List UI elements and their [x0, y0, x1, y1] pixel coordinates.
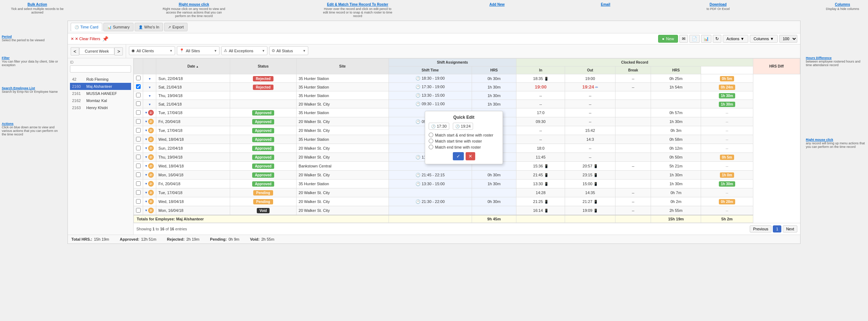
table-row[interactable]: ▾ Sat, 21/04/18 20 Walker St. City 🕐 09:…	[134, 100, 800, 108]
row-action-arrow[interactable]: ▾	[145, 137, 147, 141]
cell-checkbox[interactable]	[134, 135, 143, 144]
row-checkbox[interactable]	[136, 181, 141, 186]
period-next-button[interactable]: >	[114, 47, 123, 55]
cell-checkbox[interactable]	[134, 188, 143, 197]
cell-checkbox[interactable]	[134, 206, 143, 215]
sites-filter[interactable]: 📍 All Sites ▼	[177, 46, 219, 55]
cell-checkbox[interactable]	[134, 144, 143, 153]
page-1-button[interactable]: 1	[773, 225, 781, 232]
tab-export[interactable]: ↗ Export	[164, 23, 188, 31]
col-date[interactable]: Date	[156, 59, 230, 74]
quick-edit-cancel-button[interactable]: ✕	[466, 152, 475, 160]
match-radio-3[interactable]	[429, 145, 433, 149]
next-page-button[interactable]: Next	[783, 225, 797, 232]
refresh-button[interactable]: ↻	[713, 35, 721, 43]
row-checkbox[interactable]	[136, 137, 141, 141]
cell-checkbox[interactable]	[134, 100, 143, 108]
row-action-arrow[interactable]: ▾	[145, 191, 147, 194]
table-row[interactable]: ▾ Sat, 21/04/18 Rejected 35 Hunter Stati…	[134, 83, 800, 91]
cell-checkbox[interactable]	[134, 197, 143, 206]
pencil-icon[interactable]: ✏	[595, 85, 598, 89]
row-checkbox[interactable]	[136, 172, 141, 177]
employee-search-input[interactable]	[70, 65, 131, 73]
employee-item[interactable]: 42 Rob Fleming	[70, 76, 131, 83]
employee-item-selected[interactable]: 2160 Maj Alshanteer	[70, 83, 131, 90]
status-filter[interactable]: ⊙ All Status ▼	[269, 46, 308, 55]
tab-whosin[interactable]: 👤 Who's In	[135, 23, 163, 31]
row-checkbox[interactable]	[136, 76, 141, 80]
row-checkbox[interactable]	[136, 110, 141, 115]
excel-button[interactable]: 📊	[701, 35, 711, 43]
row-action-arrow[interactable]: ▾	[145, 128, 147, 132]
period-prev-button[interactable]: <	[71, 47, 79, 55]
cell-shift-hrs	[472, 188, 516, 197]
prev-page-button[interactable]: Previous	[750, 225, 771, 232]
cell-checkbox[interactable]	[134, 171, 143, 180]
row-checkbox[interactable]	[136, 190, 141, 195]
exceptions-filter[interactable]: ⚠ All Exceptions ▼	[221, 46, 267, 55]
cell-checkbox[interactable]	[134, 153, 143, 162]
cell-checkbox[interactable]	[134, 162, 143, 171]
table-row[interactable]: ▾ 2! Mon, 16/04/18 Approved 20 Walker St…	[134, 171, 800, 180]
row-action-arrow[interactable]: ▾	[145, 164, 147, 168]
row-action-arrow[interactable]: ▾	[145, 173, 147, 177]
match-option-1[interactable]: Match start & end time with roster	[429, 133, 499, 137]
row-action-arrow[interactable]: ▾	[145, 146, 147, 150]
time-out-box[interactable]: 🕐 19:24	[453, 123, 473, 130]
row-action-arrow[interactable]: ▾	[145, 208, 147, 212]
cell-checkbox[interactable]	[134, 126, 143, 135]
clients-filter[interactable]: ◉ All Clients ▼	[129, 46, 175, 55]
tab-timecard[interactable]: 🕐 Time Card	[71, 23, 102, 31]
quick-edit-confirm-button[interactable]: ✓	[453, 152, 464, 160]
cell-checkbox[interactable]	[134, 180, 143, 188]
time-in-box[interactable]: 🕐 17:30	[429, 123, 449, 130]
row-action-arrow[interactable]: ▾	[149, 94, 151, 98]
cell-checkbox[interactable]	[134, 91, 143, 100]
row-checkbox[interactable]	[136, 208, 141, 213]
cell-checkbox[interactable]	[134, 117, 143, 126]
row-checkbox[interactable]	[136, 155, 141, 159]
table-row[interactable]: ▾ Sun, 22/04/18 Rejected 35 Hunter Stati…	[134, 74, 800, 83]
actions-button[interactable]: Actions ▼	[723, 35, 748, 43]
row-checkbox[interactable]	[136, 119, 141, 124]
table-row[interactable]: ▾ Thu, 19/04/18 35 Hunter Station 🕐 13:3…	[134, 91, 800, 100]
cell-checkbox[interactable]	[134, 108, 143, 117]
row-action-arrow[interactable]: ▾	[145, 182, 147, 186]
row-action-arrow[interactable]: ▾	[145, 119, 147, 123]
row-action-arrow[interactable]: ▾	[145, 111, 147, 114]
clear-filters-button[interactable]: ✕ ✕ Clear Filters	[71, 37, 100, 41]
table-row[interactable]: ▾ 3! Wed, 18/04/18 Pending 20 Walker St.…	[134, 197, 800, 206]
row-action-arrow[interactable]: ▾	[145, 199, 147, 203]
row-action-arrow[interactable]: ▾	[149, 102, 151, 106]
match-radio-1[interactable]	[429, 133, 433, 137]
per-page-select[interactable]: 100 50 25	[779, 35, 797, 43]
match-option-2[interactable]: Match start time with roster	[429, 139, 499, 143]
match-radio-2[interactable]	[429, 139, 433, 143]
row-checkbox[interactable]	[136, 146, 141, 150]
row-checkbox[interactable]	[136, 93, 141, 97]
employee-item-2163[interactable]: 2163 Henry Khidri	[70, 104, 131, 111]
email-button[interactable]: ✉	[679, 35, 688, 43]
employee-item-2162[interactable]: 2162 Momtaz Kal	[70, 97, 131, 104]
pin-icon[interactable]: 📌	[102, 36, 108, 42]
columns-button[interactable]: Columns ▼	[750, 35, 778, 43]
employee-item-2161[interactable]: 2161 MUSSA HANEEF	[70, 90, 131, 97]
row-action-arrow[interactable]: ▾	[149, 85, 151, 89]
row-checkbox[interactable]	[136, 164, 141, 168]
row-checkbox[interactable]	[136, 128, 141, 133]
cell-checkbox[interactable]	[134, 74, 143, 83]
row-action-arrow[interactable]: ▾	[149, 77, 151, 81]
row-action-arrow[interactable]: ▾	[145, 155, 147, 159]
row-checkbox[interactable]	[136, 84, 141, 89]
new-button[interactable]: ● New	[658, 35, 678, 43]
table-row[interactable]: ▾ 2! Fri, 20/04/18 Approved 35 Hunter St…	[134, 180, 800, 188]
new-dot: ●	[662, 37, 664, 41]
row-checkbox[interactable]	[136, 101, 141, 106]
table-row[interactable]: ▾ 3! Tue, 17/04/18 Pending 20 Walker St.…	[134, 188, 800, 197]
table-row[interactable]: ▾ 3! Mon, 16/04/18 Void 20 Walker St. Ci…	[134, 206, 800, 215]
cell-checkbox[interactable]	[134, 83, 143, 91]
row-checkbox[interactable]	[136, 199, 141, 204]
match-option-3[interactable]: Match end time with roster	[429, 145, 499, 149]
tab-summary[interactable]: 📊 Summary	[103, 23, 134, 31]
pdf-button[interactable]: 📄	[689, 35, 700, 43]
